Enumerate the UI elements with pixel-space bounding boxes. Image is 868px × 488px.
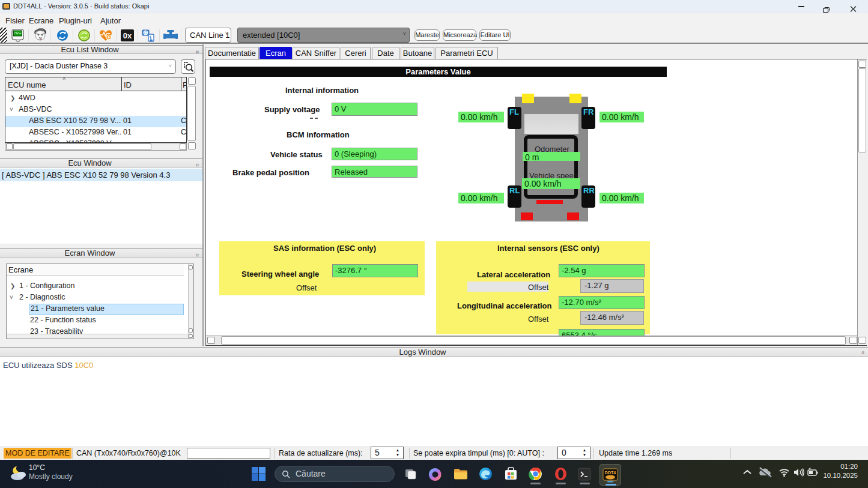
svg-text:0x: 0x xyxy=(123,31,132,40)
svg-text:DDT4: DDT4 xyxy=(605,471,616,475)
